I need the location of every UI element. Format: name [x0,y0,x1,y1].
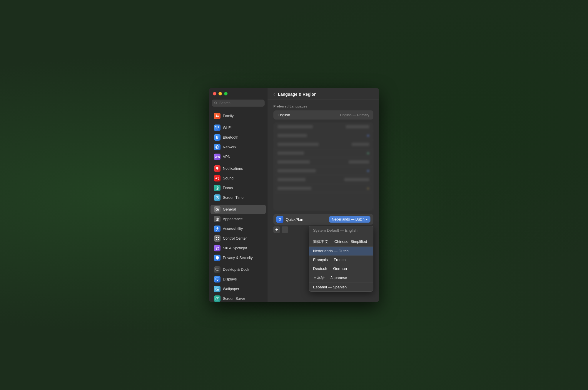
sidebar-item-label-bluetooth: Bluetooth [223,135,238,139]
sidebar-item-label-network: Network [223,145,236,149]
back-button[interactable]: ‹ [273,92,275,97]
svg-point-8 [217,187,218,189]
svg-point-26 [217,298,218,299]
main-body: Preferred Languages English English — Pr… [268,100,379,302]
language-name-english: English [278,113,290,117]
sidebar: Family Wi-Fi B Bluetooth [209,88,268,302]
add-app-language-button[interactable]: + [273,226,280,233]
svg-rect-18 [218,239,219,240]
sidebar-item-label-screen-saver: Screen Saver [223,297,245,301]
svg-rect-20 [216,268,219,270]
svg-point-14 [217,227,218,228]
svg-line-11 [217,198,218,198]
close-button[interactable] [213,92,216,95]
dropdown-item-german[interactable]: Deutsch — German [309,264,373,273]
appearance-icon [214,216,220,222]
dropdown-item-dutch[interactable]: Nederlands — Dutch [309,247,373,255]
sidebar-item-family[interactable]: Family [211,111,266,121]
screen-time-icon [214,194,220,201]
sidebar-item-label-focus: Focus [223,186,233,190]
sidebar-item-label-sound: Sound [223,176,233,180]
vpn-icon: VPN [214,154,220,160]
privacy-security-icon [214,255,220,261]
svg-point-12 [217,209,218,210]
sidebar-item-label-screen-time: Screen Time [223,196,243,200]
sidebar-item-desktop-dock[interactable]: Desktop & Dock [211,265,266,274]
svg-line-1 [216,104,217,105]
accessibility-icon [214,226,220,232]
screen-saver-icon [214,295,220,302]
blurred-content-area [273,122,373,211]
svg-rect-15 [216,237,217,238]
sidebar-item-wifi[interactable]: Wi-Fi [211,123,266,132]
sidebar-item-label-control-center: Control Center [223,236,247,241]
sidebar-item-screen-time[interactable]: Screen Time [211,193,266,202]
notifications-icon [214,165,220,172]
sidebar-item-accessibility[interactable]: Accessibility [211,224,266,233]
sidebar-item-general[interactable]: General [211,205,266,214]
sidebar-item-label-siri-spotlight: Siri & Spotlight [223,246,247,250]
sidebar-item-focus[interactable]: Focus [211,183,266,193]
preferred-languages-label: Preferred Languages [273,105,373,108]
search-box[interactable] [212,100,265,107]
language-row-english: English English — Primary [273,110,373,120]
language-detail-english: English — Primary [340,113,369,117]
search-icon [214,101,218,105]
minimize-button[interactable] [218,92,222,95]
sidebar-item-wallpaper[interactable]: Wallpaper [211,284,266,294]
sidebar-item-vpn[interactable]: VPN VPN [211,152,266,162]
wifi-icon [214,125,220,131]
dropdown-item-spanish[interactable]: Español — Spanish [309,283,373,291]
sound-icon [214,175,220,181]
system-preferences-window: Family Wi-Fi B Bluetooth [209,88,379,302]
svg-rect-23 [217,280,218,281]
quickplan-app-icon: Q [276,216,283,223]
sidebar-item-label-vpn: VPN [223,155,230,159]
sidebar-item-network[interactable]: Network [211,142,266,152]
control-center-icon [214,235,220,242]
sidebar-item-screen-saver[interactable]: Screen Saver [211,294,266,302]
sidebar-item-control-center[interactable]: Control Center [211,234,266,243]
sidebar-item-label-wallpaper: Wallpaper [223,287,239,291]
sidebar-item-label-general: General [223,207,236,211]
sidebar-item-label-privacy-security: Privacy & Security [223,256,253,260]
displays-icon [214,276,220,283]
remove-app-language-button[interactable]: — [282,226,288,233]
sidebar-item-displays[interactable]: Displays [211,275,266,284]
svg-rect-17 [216,239,217,240]
sidebar-item-privacy-security[interactable]: Privacy & Security [211,253,266,263]
main-title: Language & Region [278,92,316,97]
dropdown-separator [309,236,373,236]
language-list: English English — Primary [273,110,373,120]
traffic-lights [209,88,268,98]
app-name-label: QuickPlan [286,217,329,222]
bluetooth-icon: B [214,134,220,141]
sidebar-item-appearance[interactable]: Appearance [211,214,266,224]
network-icon [214,144,220,150]
dropdown-arrow-icon: ▾ [366,218,368,221]
svg-point-2 [216,115,217,116]
main-header: ‹ Language & Region [268,88,379,100]
search-input[interactable] [219,101,262,105]
sidebar-item-label-accessibility: Accessibility [223,227,243,231]
dropdown-item-chinese-simplified[interactable]: 简体中文 — Chinese, Simplified [309,237,373,247]
sidebar-item-bluetooth[interactable]: B Bluetooth [211,133,266,142]
sidebar-item-label-wifi: Wi-Fi [223,126,231,130]
focus-icon [214,185,220,191]
language-dropdown-menu: System Default — English 简体中文 — Chinese,… [309,226,373,292]
dropdown-item-japanese[interactable]: 日本語 — Japanese [309,273,373,283]
dropdown-item-french[interactable]: Français — French [309,255,373,264]
svg-marker-7 [216,177,217,180]
sidebar-item-label-desktop-dock: Desktop & Dock [223,268,249,272]
sidebar-item-siri-spotlight[interactable]: Siri & Spotlight [211,243,266,253]
dropdown-selected-language: Nederlands — Dutch [332,217,365,221]
sidebar-item-sound[interactable]: Sound [211,174,266,183]
siri-spotlight-icon [214,245,220,251]
dropdown-item-system-default[interactable]: System Default — English [309,226,373,235]
desktop-dock-icon [214,266,220,273]
svg-point-3 [218,115,218,116]
maximize-button[interactable] [224,92,228,95]
language-dropdown-button[interactable]: Nederlands — Dutch ▾ [329,216,370,223]
sidebar-item-notifications[interactable]: Notifications [211,164,266,173]
svg-rect-16 [218,237,219,238]
